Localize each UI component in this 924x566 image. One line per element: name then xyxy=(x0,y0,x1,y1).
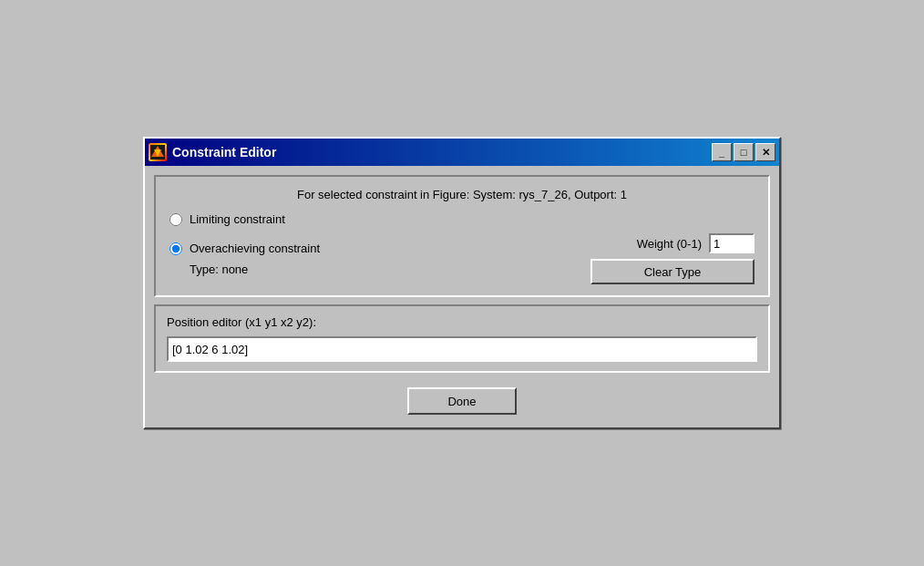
maximize-button[interactable]: □ xyxy=(734,143,754,161)
close-button[interactable]: ✕ xyxy=(755,143,775,161)
overachieving-constraint-row: Overachieving constraint xyxy=(169,242,590,255)
weight-row: Weight (0-1) xyxy=(637,233,755,253)
bottom-section: Done xyxy=(154,380,770,418)
weight-label: Weight (0-1) xyxy=(637,237,702,251)
clear-type-button[interactable]: Clear Type xyxy=(590,259,755,284)
title-buttons: _ □ ✕ xyxy=(712,143,775,161)
overachieving-constraint-label: Overachieving constraint xyxy=(190,242,320,255)
overachieving-options-row: Overachieving constraint Type: none Weig… xyxy=(169,233,755,284)
overachieving-constraint-radio[interactable] xyxy=(169,242,182,255)
window-content: For selected constraint in Figure: Syste… xyxy=(145,166,779,427)
limiting-constraint-row: Limiting constraint xyxy=(169,212,755,226)
title-bar: Constraint Editor _ □ ✕ xyxy=(145,139,779,166)
title-bar-left: Constraint Editor xyxy=(149,143,276,161)
constraint-right: Weight (0-1) Clear Type xyxy=(590,233,755,284)
minimize-button[interactable]: _ xyxy=(712,143,732,161)
limiting-constraint-radio[interactable] xyxy=(169,213,182,226)
done-button[interactable]: Done xyxy=(407,387,517,415)
weight-input[interactable] xyxy=(709,233,755,253)
position-input[interactable] xyxy=(167,336,757,362)
type-label: Type: none xyxy=(190,262,248,276)
constraint-editor-window: Constraint Editor _ □ ✕ For selected con… xyxy=(143,137,781,429)
limiting-constraint-label: Limiting constraint xyxy=(190,212,285,226)
position-section: Position editor (x1 y1 x2 y2): xyxy=(154,304,770,373)
app-icon xyxy=(149,143,167,161)
type-row: Type: none xyxy=(169,262,590,276)
info-text: For selected constraint in Figure: Syste… xyxy=(169,188,755,201)
constraint-left: Overachieving constraint Type: none xyxy=(169,242,590,276)
constraint-section: For selected constraint in Figure: Syste… xyxy=(154,175,770,297)
window-title: Constraint Editor xyxy=(172,145,276,160)
position-editor-label: Position editor (x1 y1 x2 y2): xyxy=(167,315,757,329)
